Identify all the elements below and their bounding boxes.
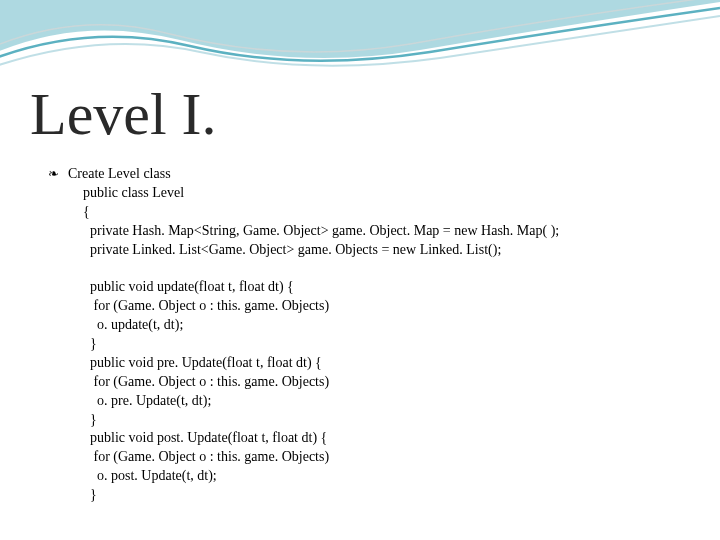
slide-body: ❧ Create Level class public class Level … xyxy=(48,165,698,505)
bullet-glyph: ❧ xyxy=(48,165,62,183)
bullet-item: ❧ Create Level class xyxy=(48,165,698,184)
slide-title: Level I. xyxy=(30,80,217,149)
code-block: public class Level { private Hash. Map<S… xyxy=(76,184,698,505)
bullet-text: Create Level class xyxy=(68,165,171,184)
